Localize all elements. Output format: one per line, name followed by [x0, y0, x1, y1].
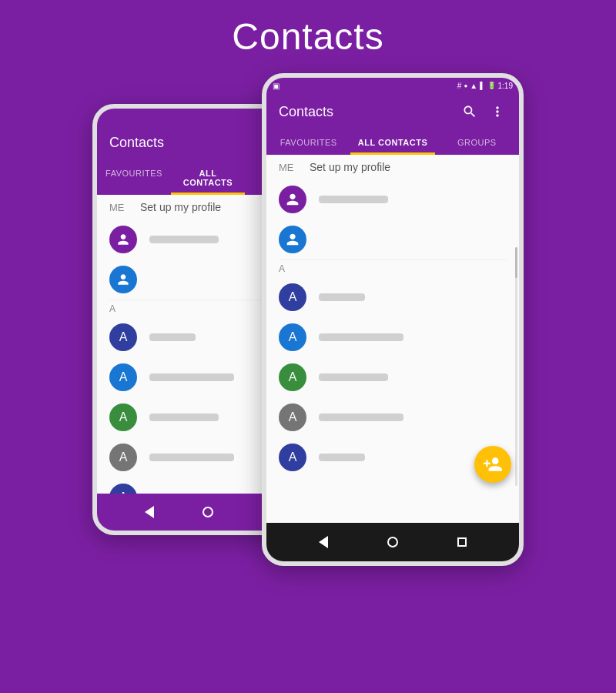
nav-back-btn-back[interactable] — [145, 506, 154, 518]
tabs-front: FAVOURITES ALL CONTACTS GROUPS — [266, 130, 519, 155]
contact-name-a2 — [149, 373, 234, 381]
battery-icon-front: 🔋 — [487, 82, 496, 89]
contact-name-blurred — [149, 236, 219, 243]
time-front: 1:19 — [498, 82, 513, 90]
nav-home-btn-front[interactable] — [387, 537, 398, 547]
phone-front: ▣ # ● ▲ ▌ 🔋 1:19 Contacts — [262, 73, 524, 566]
contact-item-front-2[interactable] — [266, 219, 519, 259]
tab-favourites-front[interactable]: FAVOURITES — [266, 130, 350, 155]
avatar-indigo-5-back: A — [109, 484, 137, 494]
avatar-blue-2-back: A — [109, 363, 137, 391]
tab-allcontacts-front[interactable]: ALL CONTACTS — [350, 130, 434, 155]
app-bar-title-front: Contacts — [279, 104, 333, 120]
scrollbar-thumb — [515, 247, 517, 278]
contact-name-a4 — [149, 454, 234, 461]
wifi-icon-front: ▲ — [470, 82, 477, 90]
me-text-back: Set up my profile — [140, 201, 221, 213]
avatar-green-3-back: A — [109, 403, 137, 431]
avatar-a4-front: A — [279, 403, 306, 431]
contact-name-a1 — [149, 333, 196, 341]
contact-name-front-a4 — [319, 413, 403, 421]
fab-front[interactable] — [474, 446, 511, 483]
more-icon-front[interactable] — [488, 102, 507, 121]
contact-item-front-a4[interactable]: A — [266, 397, 519, 437]
contact-name-a3 — [149, 413, 219, 421]
contact-name-front-a3 — [319, 373, 388, 381]
nav-home-btn-back[interactable] — [203, 507, 213, 517]
me-label-front: ME — [279, 162, 297, 173]
contact-name-front-a2 — [319, 333, 403, 341]
contact-list-front: ME Set up my profile — [266, 155, 519, 523]
status-bar-front: ▣ # ● ▲ ▌ 🔋 1:19 — [266, 78, 519, 93]
hash-icon: # — [457, 82, 462, 90]
avatar-blue-back — [109, 266, 137, 293]
contact-item-front-a2[interactable]: A — [266, 317, 519, 357]
avatar-blue-front — [279, 226, 306, 253]
app-bar-front: Contacts — [266, 93, 519, 130]
contact-name-front-a1 — [319, 293, 365, 301]
section-a-front: A — [266, 260, 519, 277]
scrollbar-track — [515, 247, 517, 486]
nav-bar-front — [266, 523, 519, 561]
avatar-a5-front: A — [279, 444, 306, 471]
tab-groups-front[interactable]: GROUPS — [435, 130, 519, 155]
tab-favourites-back[interactable]: FAVOURITES — [97, 161, 171, 195]
me-label-back: ME — [109, 202, 128, 213]
avatar-a1-front: A — [279, 283, 306, 311]
signal-bars-front: ▌ — [480, 82, 484, 89]
avatar-a3-front: A — [279, 363, 306, 391]
app-bar-title-back: Contacts — [109, 135, 164, 151]
app-bar-icons-front — [460, 102, 507, 121]
tab-allcontacts-back[interactable]: ALL CONTACTS — [171, 161, 245, 195]
avatar-gray-4-back: A — [109, 444, 137, 471]
signal-icon-front: ● — [464, 82, 467, 89]
contact-name-front-a5 — [319, 454, 365, 461]
contact-name-front-1 — [319, 196, 388, 203]
nav-back-btn-front[interactable] — [319, 536, 328, 548]
nav-recents-btn-front[interactable] — [457, 537, 467, 547]
me-text-front: Set up my profile — [310, 161, 390, 173]
page-title: Contacts — [232, 15, 383, 58]
phones-container: ●▲ ▲ ▌ 🔋 3:4 Contacts — [0, 73, 616, 566]
avatar-indigo-1-back: A — [109, 323, 137, 351]
contact-item-front-a3[interactable]: A — [266, 357, 519, 397]
contact-item-front-1[interactable] — [266, 179, 519, 219]
contact-item-front-a1[interactable]: A — [266, 277, 519, 317]
avatar-a2-front: A — [279, 323, 306, 351]
search-icon-front[interactable] — [460, 102, 479, 121]
status-left-icon: ▣ — [273, 82, 280, 90]
avatar-purple-front — [279, 186, 306, 213]
avatar-purple-back — [109, 226, 137, 253]
status-icons-front: # ● ▲ ▌ 🔋 1:19 — [457, 82, 513, 90]
me-section-front: ME Set up my profile — [266, 155, 519, 179]
